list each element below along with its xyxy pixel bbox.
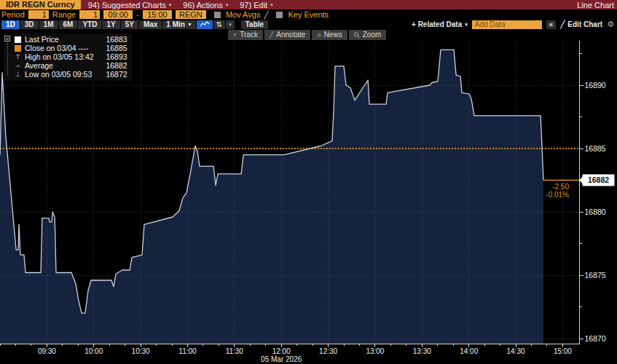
menu-edit[interactable]: 97) Edit ▾	[240, 1, 272, 9]
chevron-down-icon: ▾	[270, 2, 273, 8]
tab-1d[interactable]: 1D	[1, 20, 20, 29]
magnifier-icon	[354, 32, 360, 38]
range-tabs-row: 1D 3D 1M 6M YTD 1Y 5Y Max 1 Min ▼ ⇅ ▾ Ta…	[0, 20, 617, 29]
gear-icon[interactable]: ⚙	[607, 20, 614, 29]
chart-panel: 09:3010:0010:3011:0011:3012:0012:3013:00…	[0, 29, 617, 364]
related-data-button[interactable]: + Related Data ▾	[412, 20, 468, 28]
chevron-down-icon: ▾	[169, 2, 172, 8]
mov-avgs-label: Mov Avgs	[226, 10, 261, 19]
legend-row-last-price: Last Price 16883	[5, 35, 127, 44]
period-label: Period	[1, 10, 25, 19]
low-marker-icon: ⊥	[15, 71, 21, 78]
tab-3d[interactable]: 3D	[20, 20, 39, 29]
chart-type-dropdown[interactable]: ▾	[226, 20, 235, 29]
legend-row-average: -+- Average 16882	[5, 61, 127, 70]
period-input[interactable]: 1	[28, 10, 49, 19]
end-time-input[interactable]: 15:00	[143, 10, 172, 19]
legend-collapse-icon[interactable]	[4, 36, 10, 41]
svg-text:16885: 16885	[585, 144, 606, 153]
svg-text:13:30: 13:30	[413, 347, 431, 355]
key-events-checkbox[interactable]	[276, 12, 283, 18]
updown-arrows-icon: ⇅	[216, 20, 222, 28]
close-swatch	[15, 45, 21, 52]
svg-text:05 Mar 2026: 05 Mar 2026	[261, 355, 302, 363]
start-time-input[interactable]: 09:00	[103, 10, 133, 19]
svg-text:11:00: 11:00	[178, 347, 197, 355]
svg-text:13:00: 13:00	[366, 347, 384, 355]
svg-text:09:30: 09:30	[38, 347, 56, 355]
chevron-down-icon: ▾	[465, 22, 468, 28]
track-crosshair-icon: +	[233, 30, 237, 40]
add-data-input[interactable]	[472, 20, 542, 29]
news-button[interactable]: ≡ News	[312, 30, 347, 40]
tab-1y[interactable]: 1Y	[102, 20, 119, 29]
interval-select[interactable]: 1 Min ▼	[162, 20, 196, 29]
annotate-pencil-icon: ╱	[270, 30, 273, 40]
legend-row-close: Close on 03/04 ---- 16885	[5, 44, 127, 52]
chevron-down-icon: ▾	[229, 22, 232, 28]
table-button[interactable]: Table	[241, 20, 268, 29]
tab-max[interactable]: Max	[139, 20, 162, 29]
average-marker-icon: -+-	[15, 63, 21, 68]
chevron-down-icon: ▾	[226, 2, 229, 8]
tab-1m[interactable]: 1M	[39, 20, 58, 29]
legend-row-low: ⊥ Low on 03/05 09:53 16872	[5, 70, 127, 79]
tab-5y[interactable]: 5Y	[121, 20, 138, 29]
track-button[interactable]: + Track	[228, 30, 263, 40]
svg-text:-2.50: -2.50	[552, 183, 569, 191]
svg-text:10:00: 10:00	[85, 347, 103, 355]
annotate-button[interactable]: ╱ Annotate	[264, 30, 310, 40]
svg-text:16890: 16890	[585, 81, 606, 90]
legend-tree-line	[7, 41, 8, 76]
svg-text:14:00: 14:00	[460, 347, 478, 355]
last-price-swatch	[15, 36, 21, 43]
tab-6m[interactable]: 6M	[59, 20, 78, 29]
chart-legend[interactable]: Last Price 16883 Close on 03/04 ---- 168…	[4, 33, 132, 81]
svg-text:16870: 16870	[585, 334, 606, 343]
pencil-icon: ╱	[560, 20, 565, 28]
line-chart-type-button[interactable]	[197, 20, 213, 29]
svg-text:11:30: 11:30	[226, 347, 244, 355]
mov-avgs-checkbox[interactable]	[214, 12, 221, 18]
range-label: Range	[52, 10, 76, 19]
svg-text:15:00: 15:00	[554, 347, 572, 355]
title-bar: IDR REGN Curncy 94) Suggested Charts ▾ 9…	[0, 0, 617, 9]
time-dash: -	[136, 10, 139, 19]
svg-text:14:30: 14:30	[506, 347, 524, 355]
line-chart-icon	[200, 21, 210, 28]
security-ticker[interactable]: IDR REGN Curncy	[0, 0, 81, 9]
high-marker-icon: T	[15, 53, 21, 60]
menu-actions[interactable]: 96) Actions ▾	[183, 1, 228, 9]
zoom-button[interactable]: Zoom	[349, 30, 387, 40]
key-events-label: Key Events	[288, 10, 329, 19]
collapse-panel-button[interactable]: «	[546, 20, 557, 29]
svg-text:16880: 16880	[585, 207, 606, 216]
range-input[interactable]: 1	[79, 10, 100, 19]
view-mode-label: Line Chart	[577, 1, 617, 9]
tab-ytd[interactable]: YTD	[78, 20, 101, 29]
mov-avgs-edit-icon[interactable]: ╱	[264, 11, 268, 19]
svg-text:16882: 16882	[588, 175, 609, 184]
legend-row-high: T High on 03/05 13:42 16893	[5, 52, 127, 61]
chart-controls-row: Period 1 Range 1 09:00 - 15:00 REGN Mov …	[0, 9, 617, 20]
svg-text:12:00: 12:00	[272, 347, 291, 355]
chart-toolbar: + Track ╱ Annotate ≡ News Zoom	[228, 30, 386, 40]
svg-text:10:30: 10:30	[132, 347, 150, 355]
news-lines-icon: ≡	[317, 30, 321, 40]
svg-text:-0.01%: -0.01%	[546, 191, 569, 199]
bar-toggle-button[interactable]: ⇅	[213, 20, 225, 29]
chevron-down-icon: ▼	[187, 20, 192, 29]
svg-text:12:30: 12:30	[319, 347, 337, 355]
svg-text:16875: 16875	[585, 271, 606, 280]
menu-suggested-charts[interactable]: 94) Suggested Charts ▾	[88, 1, 172, 9]
edit-chart-button[interactable]: ╱ Edit Chart	[560, 20, 602, 28]
pricing-source-input[interactable]: REGN	[176, 10, 206, 19]
